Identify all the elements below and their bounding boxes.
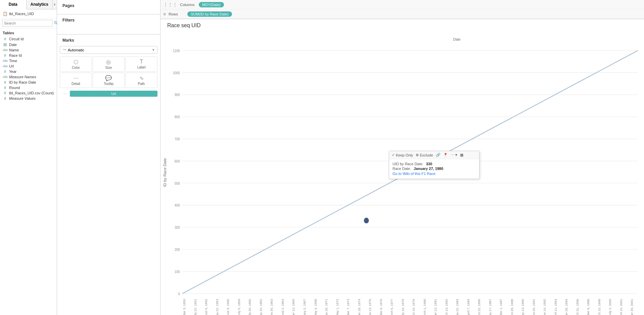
table-item-10[interactable]: #tbl_Races_UID.csv (Count) (0, 90, 57, 96)
table-item-label-7: Measure Names (9, 75, 36, 79)
table-item-5[interactable]: AbcUrl (0, 63, 57, 69)
shelves: ⋮⋮⋮ Columns MDY(Date) ≡ Rows SUM(ID by R… (160, 0, 644, 19)
table-item-4[interactable]: AbcTime (0, 58, 57, 63)
mark-label-size: Size (105, 66, 112, 70)
location-icon: 📍 (443, 153, 448, 157)
svg-text:March 5, 1977: March 5, 1977 (390, 299, 394, 315)
svg-text:April 11, 1993: April 11, 1993 (554, 299, 557, 315)
rows-pill[interactable]: SUM(ID by Race Date) (187, 11, 232, 17)
type-icon-6: # (3, 70, 7, 74)
columns-icon: ⋮⋮⋮ (163, 2, 177, 7)
table-item-6[interactable]: #Year (0, 69, 57, 74)
table-item-2[interactable]: AbcName (0, 47, 57, 53)
table-item-label-8: ID by Race Date (9, 80, 36, 84)
table-item-3[interactable]: #Race Id (0, 53, 57, 58)
type-icon-5: Abc (3, 64, 7, 68)
mark-btn-label[interactable]: TLabel (125, 56, 157, 72)
mark-btn-size[interactable]: ◎Size (93, 56, 125, 72)
columns-pill[interactable]: MDY(Date) (199, 2, 224, 7)
mark-label-color: Color (72, 66, 80, 70)
grid-icon-action[interactable]: ▦ (460, 153, 463, 157)
table-item-9[interactable]: #Round (0, 85, 57, 90)
svg-text:May 4, 1968: May 4, 1968 (314, 299, 317, 315)
table-item-0[interactable]: #Circuit Id (0, 36, 57, 42)
table-name-row: 📋 tbl_Races_UID (0, 9, 57, 18)
mark-btn-detail[interactable]: ⋯Detail (60, 73, 92, 88)
rows-label: Rows (169, 12, 185, 16)
mark-btn-color[interactable]: ⬡Color (60, 56, 92, 72)
url-prefix-icon: ⋯ (60, 92, 70, 96)
exclude-icon: ⊗ (416, 153, 419, 157)
svg-text:October 7, 1973: October 7, 1973 (347, 299, 350, 315)
marks-type-select[interactable]: 〜 Automatic ▾ (60, 46, 157, 54)
chevron-icon: ▾ (455, 153, 457, 157)
table-item-label-4: Time (9, 59, 17, 63)
mark-label-tooltip: Tooltip (104, 82, 113, 86)
svg-text:900: 900 (175, 93, 180, 97)
svg-text:June 14, 1992: June 14, 1992 (543, 299, 546, 315)
columns-label: Columns (180, 3, 197, 7)
dots-icon: ⋯ (451, 153, 454, 157)
exclude-action[interactable]: ⊗ Exclude (416, 153, 433, 157)
marks-section: Marks 〜 Automatic ▾ ⬡Color◎SizeTLabel⋯De… (57, 35, 160, 315)
sidebar: Data Analytics ‹ 📋 tbl_Races_UID 🔍 ▼ ⊞ T… (0, 0, 57, 315)
type-icon-9: # (3, 86, 7, 90)
link-icon-action[interactable]: 🔗 (436, 153, 441, 157)
sidebar-tab-bar: Data Analytics ‹ (0, 0, 57, 9)
table-icon-tooltip: ▦ (460, 153, 463, 157)
svg-text:May 1, 1972: May 1, 1972 (336, 299, 339, 315)
table-item-11[interactable]: #Measure Values (0, 96, 57, 101)
svg-text:July 16, 1978: July 16, 1978 (401, 299, 404, 315)
svg-text:400: 400 (175, 204, 180, 208)
table-icon: 📋 (3, 11, 8, 16)
data-point[interactable] (364, 218, 369, 223)
url-badge[interactable]: Url (70, 91, 157, 97)
chain-icon: 🔗 (436, 153, 441, 157)
columns-shelf: ⋮⋮⋮ Columns MDY(Date) (160, 0, 644, 9)
tooltip-wiki-link[interactable]: Go to Wiki of this F1 Race (393, 172, 435, 176)
svg-text:October 18, 1974: October 18, 1974 (358, 299, 361, 315)
tooltip-toolbar: ✓ Keep Only ⊗ Exclude 🔗 📍 ⋯ ▾ (389, 151, 479, 159)
svg-text:July 2, 2000: July 2, 2000 (609, 299, 612, 315)
marks-type-label: Automatic (68, 48, 84, 52)
svg-text:June 30, 1963: June 30, 1963 (270, 299, 273, 315)
type-icon-10: # (3, 91, 7, 95)
mark-btn-tooltip[interactable]: 💬Tooltip (93, 73, 125, 88)
search-input[interactable] (2, 20, 52, 27)
svg-text:March 31, 1996: March 31, 1996 (576, 299, 579, 315)
tab-data[interactable]: Data (0, 0, 27, 9)
svg-text:July 30, 1960: July 30, 1960 (248, 299, 251, 315)
pin-icon-action[interactable]: 📍 (443, 153, 448, 157)
table-item-7[interactable]: AbcMeasure Names (0, 74, 57, 80)
filters-header: Filters (60, 17, 157, 24)
svg-text:300: 300 (175, 226, 180, 230)
chart-area: ID by Race Date Date 0 100 200 300 400 5… (160, 30, 644, 315)
svg-text:May 18, 1971: May 18, 1971 (325, 299, 328, 315)
table-item-8[interactable]: #ID by Race Date (0, 80, 57, 85)
tab-analytics[interactable]: Analytics (27, 0, 53, 9)
svg-text:1000: 1000 (173, 71, 180, 75)
mark-btn-path[interactable]: ∿Path (125, 73, 157, 88)
svg-text:July 5, 1959: July 5, 1959 (237, 299, 240, 315)
tooltip-uid-value: 330 (426, 162, 432, 166)
more-icon-action[interactable]: ⋯ ▾ (451, 153, 457, 157)
type-icon-0: # (3, 37, 7, 41)
keep-only-action[interactable]: ✓ Keep Only (392, 153, 413, 157)
table-item-label-0: Circuit Id (9, 37, 24, 41)
tooltip: ✓ Keep Only ⊗ Exclude 🔗 📍 ⋯ ▾ (389, 151, 479, 179)
marks-type-row: 〜 Automatic ▾ (60, 46, 157, 54)
sidebar-collapse-arrow[interactable]: ‹ (53, 0, 57, 9)
marks-type-chevron: ▾ (152, 48, 154, 52)
type-icon-8: # (3, 80, 7, 84)
rows-icon: ≡ (163, 11, 166, 17)
mark-label-path: Path (138, 82, 145, 86)
mark-label-detail: Detail (72, 82, 80, 86)
svg-text:200: 200 (175, 248, 180, 252)
svg-text:September 3, 1950: September 3, 1950 (183, 299, 186, 315)
table-item-1[interactable]: ▤Date (0, 42, 57, 47)
table-name-label: tbl_Races_UID (9, 12, 34, 16)
mark-icon-color: ⬡ (74, 59, 78, 65)
svg-text:July 22, 1951: July 22, 1951 (194, 299, 197, 315)
tooltip-date-row: Race Date: January 27, 1980 (393, 167, 476, 171)
svg-text:June 13, 1975: June 13, 1975 (369, 299, 372, 315)
